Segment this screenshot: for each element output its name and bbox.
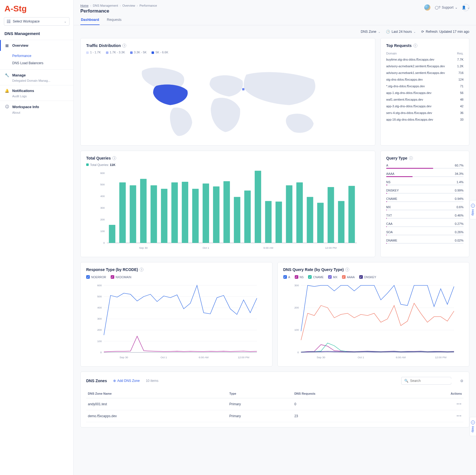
product-orb-icon[interactable] <box>424 4 430 11</box>
svg-text:200: 200 <box>294 306 299 309</box>
nav-notifications-label: Notifications <box>12 89 34 93</box>
chevron-down-icon: ⌄ <box>64 20 66 23</box>
svg-text:Oct 1: Oct 1 <box>160 356 167 359</box>
support-menu[interactable]: ◯? Support ⌄ <box>435 6 458 9</box>
traffic-title: Traffic Distribution <box>86 43 121 48</box>
top-request-row[interactable]: app-1.stg-dns-ddos.f5xcapps.dev56 <box>386 89 463 96</box>
info-icon[interactable]: i <box>345 268 349 272</box>
gear-icon[interactable]: ⚙ <box>460 379 463 383</box>
top-request-domain: stg-dns-ddos.f5xcapps.dev <box>386 78 423 81</box>
top-request-row[interactable]: app-18.stg-dns-ddos.f5xcapps.dev33 <box>386 116 463 123</box>
zone-name: demo.f5xcapps.dev <box>86 410 228 422</box>
top-request-row[interactable]: advisory-acmebank2.sentient.f5xcapps.dev… <box>386 63 463 69</box>
traffic-distribution-card: Traffic Distributioni 1 - 1.7K1.7K - 3.3… <box>80 38 375 146</box>
zones-col-type[interactable]: Type <box>228 389 293 398</box>
query-type-card: Query Typei A60.7%AAAA34.3%NS1.4%DNSKEY0… <box>380 151 469 257</box>
qt-label: DNAME <box>386 239 397 242</box>
info-icon[interactable]: i <box>112 156 116 160</box>
qt-pct: 60.7% <box>455 164 463 167</box>
breadcrumb-overview[interactable]: Overview <box>122 4 135 7</box>
top-request-row[interactable]: app-3.stg-dns-ddos.f5xcapps.dev42 <box>386 103 463 110</box>
zone-actions[interactable]: ••• <box>400 398 463 410</box>
series-toggle[interactable]: ✓NS <box>295 275 304 279</box>
top-request-count: 36 <box>460 111 463 115</box>
qt-pct: 0.27% <box>455 222 463 225</box>
user-icon: 👤 <box>462 6 466 9</box>
info-icon[interactable]: i <box>140 268 143 272</box>
zone-row[interactable]: andy001.testPrimary0••• <box>86 398 463 410</box>
info-icon[interactable]: i <box>122 44 126 48</box>
help-tab[interactable]: iHelp <box>470 200 476 219</box>
zone-row[interactable]: demo.f5xcapps.devPrimary23••• <box>86 410 463 422</box>
zones-search[interactable]: 🔍 <box>401 377 451 385</box>
info-icon[interactable]: i <box>409 156 413 160</box>
top-request-count: 56 <box>460 91 463 94</box>
nav-performance[interactable]: Performance <box>12 52 73 59</box>
logo: A-Stg <box>0 4 73 17</box>
query-type-row: SOA0.26% <box>386 230 463 235</box>
query-type-title: Query Type <box>386 156 407 160</box>
nav-dns-lb[interactable]: DNS Load Balancers <box>12 59 73 67</box>
series-toggle[interactable]: ✓DNSKEY <box>359 275 376 279</box>
query-rate-title: DNS Query Rate (by Query Type) <box>283 267 344 272</box>
svg-text:200: 200 <box>97 328 102 331</box>
top-request-domain: app-18.stg-dns-ddos.f5xcapps.dev <box>386 118 433 121</box>
zones-search-input[interactable] <box>410 379 452 383</box>
qt-pct: 34.3% <box>455 172 463 175</box>
series-label: AAAA <box>347 275 355 279</box>
checkbox-icon: ✓ <box>359 275 363 279</box>
zones-col-name[interactable]: DNS Zone Name <box>86 389 228 398</box>
top-request-row[interactable]: *.stg-dns-ddos.f5xcapps.dev71 <box>386 83 463 89</box>
svg-rect-27 <box>296 182 303 243</box>
series-toggle[interactable]: ✓NOERROR <box>86 275 106 279</box>
tab-dashboard[interactable]: Dashboard <box>80 18 100 25</box>
nav-overview[interactable]: ▦ Overview <box>0 40 73 51</box>
top-request-row[interactable]: serv-4.stg-dns-ddos.f5xcapps.dev36 <box>386 110 463 116</box>
series-toggle[interactable]: ✓CNAME <box>308 275 324 279</box>
zones-col-req[interactable]: DNS Requests <box>293 389 400 398</box>
svg-text:0: 0 <box>103 241 105 244</box>
top-request-count: 42 <box>460 105 463 108</box>
top-requests-col-req: Req. <box>457 52 463 55</box>
top-request-row[interactable]: advisory-acmebank1.sentient.f5xcapps.dev… <box>386 69 463 76</box>
chevron-down-icon: ⌄ <box>413 30 416 33</box>
info-icon[interactable]: i <box>413 44 417 48</box>
qt-pct: 0.94% <box>455 197 463 200</box>
refresh-button[interactable]: ⟳ Refresh: Updated 17 min ago <box>421 30 469 34</box>
nav-workspace-info-label: Workspace Info <box>12 105 39 109</box>
series-label: DNSKEY <box>364 275 376 279</box>
zone-actions[interactable]: ••• <box>400 410 463 422</box>
help-tab[interactable]: iHelp <box>470 417 476 436</box>
dns-zone-selector[interactable]: DNS Zone ⌄ <box>361 30 380 34</box>
breadcrumb-dns[interactable]: DNS Management <box>93 4 118 7</box>
top-request-row[interactable]: waf1.sentient.f5xcapps.dev48 <box>386 96 463 103</box>
timerange-selector[interactable]: 🕒 Last 24 hours ⌄ <box>386 30 416 34</box>
chevron-down-icon: ⌄ <box>467 6 470 9</box>
tab-requests[interactable]: Requests <box>106 18 122 25</box>
svg-rect-0 <box>242 88 245 91</box>
checkbox-icon: ✓ <box>328 275 332 279</box>
refresh-icon: ⟳ <box>421 30 424 34</box>
series-toggle[interactable]: ✓MX <box>328 275 338 279</box>
top-request-row[interactable]: buytime.stg-dns-ddos.f5xcapps.dev7.7K <box>386 56 463 63</box>
svg-text:12:00 PM: 12:00 PM <box>435 356 446 359</box>
svg-rect-26 <box>286 185 292 243</box>
top-request-domain: app-1.stg-dns-ddos.f5xcapps.dev <box>386 91 432 94</box>
series-toggle[interactable]: ✓AAAA <box>342 275 355 279</box>
top-request-count: 124 <box>458 78 463 81</box>
series-label: CNAME <box>313 275 324 279</box>
add-dns-zone-button[interactable]: ⊕Add DNS Zone <box>113 379 140 383</box>
svg-rect-18 <box>203 183 209 243</box>
response-type-title: Response Type (by RCODE) <box>86 267 138 272</box>
top-request-row[interactable]: stg-dns-ddos.f5xcapps.dev124 <box>386 76 463 83</box>
workspace-selector[interactable]: Select Workspace ⌄ <box>4 17 70 26</box>
total-queries-title: Total Queries <box>86 156 111 160</box>
user-avatar[interactable]: 👤 ⌄ <box>462 4 469 11</box>
series-toggle[interactable]: ✓A <box>283 275 290 279</box>
svg-rect-31 <box>338 201 344 243</box>
breadcrumb-home[interactable]: Home <box>80 4 88 7</box>
world-map <box>86 56 370 140</box>
traffic-legend-item: 1 - 1.7K <box>86 51 101 54</box>
query-type-row: CNAME0.94% <box>386 197 463 202</box>
series-toggle[interactable]: ✓NXDOMAIN <box>111 275 132 279</box>
